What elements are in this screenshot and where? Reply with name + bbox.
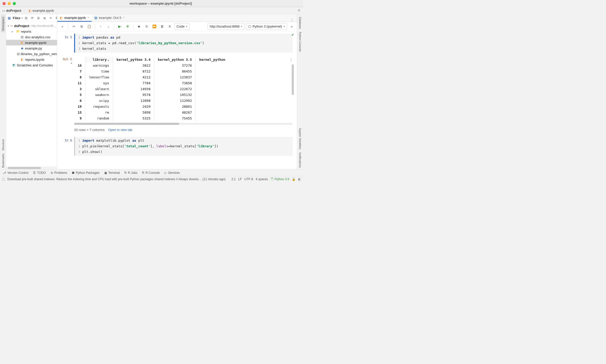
status-indent[interactable]: 4 spaces bbox=[256, 177, 268, 181]
expand-icon[interactable]: ▸ bbox=[12, 30, 15, 33]
status-hide-icon[interactable]: ▢ bbox=[2, 177, 5, 181]
table-row[interactable]: 8tensorflow4212123837 bbox=[74, 74, 229, 80]
output-dataframe-table[interactable]: library▲kernel_python 3.4kernel_python 3… bbox=[74, 57, 229, 121]
project-view-selector[interactable]: Files bbox=[13, 16, 20, 20]
bottom-tool-problems[interactable]: ⊘Problems bbox=[51, 171, 67, 175]
status-encoding[interactable]: UTF-8 bbox=[244, 177, 253, 181]
delete-cell-button[interactable]: 🗑 bbox=[159, 23, 165, 30]
bottom-tool-todo[interactable]: ☰TODO bbox=[33, 171, 46, 175]
status-extra-icon[interactable]: ◧ bbox=[298, 177, 301, 181]
close-tab-icon[interactable]: × bbox=[123, 16, 125, 19]
bottom-tool-version-control[interactable]: ⎇Version Control bbox=[3, 171, 28, 175]
close-tab-icon[interactable]: × bbox=[87, 16, 89, 19]
expand-all-icon[interactable]: ≣ bbox=[42, 16, 47, 21]
chevron-down-icon[interactable]: ▾ bbox=[21, 17, 23, 19]
add-cell-button[interactable]: ＋ bbox=[59, 23, 65, 30]
status-interpreter[interactable]: Python 3.9 bbox=[271, 177, 289, 181]
table-row[interactable]: 5seaborn9578105132 bbox=[74, 92, 229, 98]
table-row[interactable]: 19requests242928801 bbox=[74, 104, 229, 110]
table-header[interactable]: kernel_python 3.4 bbox=[113, 57, 154, 63]
tool-tab-bookmarks[interactable]: Bookmarks bbox=[1, 152, 5, 169]
cell-type-select[interactable]: Code▾ bbox=[174, 23, 190, 30]
collapse-output-icon[interactable]: ▾ bbox=[71, 62, 72, 65]
tree-item[interactable]: ◧example.ipynb bbox=[6, 40, 57, 45]
editor-tabs-more-icon[interactable]: ⋮ bbox=[289, 18, 295, 22]
code-editor[interactable]: 123 import pandas as pdkernel_stats = pd… bbox=[74, 34, 293, 53]
table-row[interactable]: 15re589848267 bbox=[74, 110, 229, 115]
open-external-icon[interactable]: ⇱ bbox=[297, 9, 301, 13]
bottom-tool-python-packages[interactable]: ⬢Python Packages bbox=[72, 171, 99, 175]
bottom-tool-services[interactable]: ▷Services bbox=[165, 171, 180, 175]
notebook-body[interactable]: ✔ In 5 123 import pandas as pdkernel_sta… bbox=[57, 31, 297, 169]
table-header[interactable]: kernel_python 3.5 bbox=[154, 57, 196, 63]
table-row[interactable]: 9random532575455 bbox=[74, 115, 229, 121]
tool-tab-python-console[interactable]: Python Console bbox=[298, 30, 302, 53]
tree-item[interactable]: ▤libraries_by_python_version.csv bbox=[6, 51, 57, 57]
close-window-button[interactable] bbox=[3, 2, 6, 5]
move-down-button[interactable]: ↓ bbox=[105, 23, 111, 30]
tool-tab-notifications[interactable]: Notifications bbox=[298, 151, 302, 169]
status-line-separator[interactable]: LF bbox=[238, 177, 242, 181]
paste-button[interactable]: 📋 bbox=[86, 23, 92, 30]
refresh-icon[interactable]: ⟳ bbox=[30, 16, 35, 21]
run-all-button[interactable]: ⏩ bbox=[151, 23, 157, 30]
notebook-cell-in-6[interactable]: In 6 123 import matplotlib.pyplot as plt… bbox=[61, 137, 293, 156]
minimize-window-button[interactable] bbox=[8, 2, 11, 5]
new-file-icon[interactable]: ⊞ bbox=[24, 16, 29, 21]
tool-tab-database[interactable]: Database bbox=[298, 15, 302, 30]
status-message[interactable]: Download pre-built shared indexes: Reduc… bbox=[7, 177, 229, 181]
stop-button[interactable]: ■ bbox=[136, 23, 142, 30]
copy-button[interactable]: ⧉ bbox=[78, 23, 85, 30]
tree-root[interactable]: ▾ ▭ dsProject http://localhost:8888 from… bbox=[6, 23, 57, 29]
kernel-select[interactable]: Python 3 (ipykernel)▾ bbox=[246, 23, 287, 30]
move-up-button[interactable]: ↑ bbox=[98, 23, 104, 30]
table-row[interactable]: 6scipy12898112992 bbox=[74, 98, 229, 104]
editor-tab[interactable]: ◧example.ipynb× bbox=[57, 14, 92, 22]
clear-output-button[interactable]: ✕ bbox=[167, 23, 173, 30]
status-caret-position[interactable]: 2:1 bbox=[231, 177, 236, 181]
bottom-tool-terminal[interactable]: ▣Terminal bbox=[104, 171, 120, 175]
locate-icon[interactable]: ⊕ bbox=[36, 16, 41, 21]
tool-tab-structure[interactable]: Structure bbox=[1, 138, 5, 152]
table-header[interactable] bbox=[74, 57, 85, 63]
maximize-window-button[interactable] bbox=[13, 2, 16, 5]
table-cell: sklearn bbox=[85, 86, 113, 92]
project-hscrollbar[interactable] bbox=[6, 167, 57, 169]
open-in-new-tab-link[interactable]: Open in new tab bbox=[108, 128, 132, 132]
debug-cell-button[interactable]: ❉ bbox=[124, 23, 131, 30]
notebook-cell-in-5[interactable]: In 5 123 import pandas as pdkernel_stats… bbox=[61, 34, 293, 53]
code-editor[interactable]: 123 import matplotlib.pyplot as pltplt.p… bbox=[74, 137, 293, 156]
tree-item[interactable]: ◆example.py bbox=[6, 45, 57, 51]
tree-scratches[interactable]: ◩ Scratches and Consoles bbox=[6, 62, 57, 68]
table-header[interactable]: library▲ bbox=[85, 57, 113, 63]
code-content[interactable]: import pandas as pdkernel_stats = pd.rea… bbox=[82, 35, 293, 52]
bottom-tool-r-console[interactable]: RR Console bbox=[142, 171, 160, 175]
lock-icon[interactable]: 🔒 bbox=[292, 177, 296, 181]
breadcrumb-project[interactable]: dsProject bbox=[6, 9, 21, 13]
toolbar-overflow-icon[interactable]: » bbox=[289, 23, 295, 30]
output-hscrollbar[interactable] bbox=[74, 123, 293, 125]
tree-item[interactable]: ▸📁reports bbox=[6, 29, 57, 34]
cut-button[interactable]: ✂ bbox=[71, 23, 77, 30]
tool-tab-workspace[interactable]: Workspace bbox=[1, 15, 5, 32]
jupyter-server-field[interactable]: http://localhost:8888▾ bbox=[207, 23, 244, 30]
tool-tab-jupyter-variables[interactable]: Jupyter Variables bbox=[298, 126, 302, 151]
output-vscrollbar[interactable] bbox=[292, 64, 294, 95]
run-cell-button[interactable]: ▶I bbox=[117, 23, 123, 30]
tree-item[interactable]: ◧reports.ipynb bbox=[6, 57, 57, 62]
table-row[interactable]: 16warnings382237276 bbox=[74, 63, 229, 68]
tree-item[interactable]: ▤doc-analytics.csv bbox=[6, 34, 57, 40]
editor-tab[interactable]: ▦example: Out 5× bbox=[92, 14, 127, 22]
bottom-tool-r-jobs[interactable]: RR Jobs bbox=[124, 171, 137, 175]
collapse-all-icon[interactable]: ≡ bbox=[48, 16, 53, 21]
table-header[interactable]: kernel_python bbox=[196, 57, 229, 63]
code-content[interactable]: import matplotlib.pyplot as pltplt.pie(k… bbox=[82, 138, 293, 155]
breadcrumb-file[interactable]: example.ipynb bbox=[32, 9, 54, 13]
restart-kernel-button[interactable]: ↻ bbox=[144, 23, 150, 30]
table-row[interactable]: 3sklearn14938222672 bbox=[74, 86, 229, 92]
project-tree[interactable]: ▾ ▭ dsProject http://localhost:8888 from… bbox=[6, 22, 57, 167]
table-row[interactable]: 7time872286455 bbox=[74, 68, 229, 74]
table-options-icon[interactable]: ⋮ bbox=[289, 58, 293, 62]
table-row[interactable]: 11sys778473858 bbox=[74, 80, 229, 86]
expand-icon[interactable]: ▾ bbox=[8, 25, 9, 27]
